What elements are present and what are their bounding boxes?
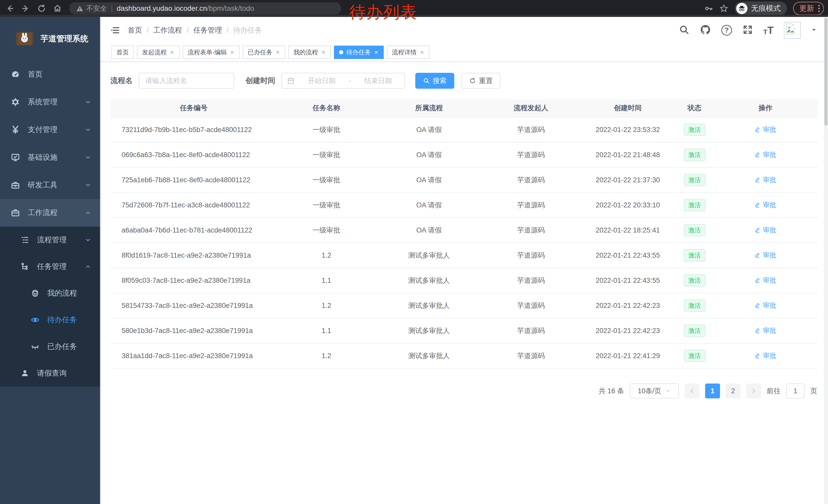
status-badge: 激活 bbox=[684, 174, 705, 186]
update-button[interactable]: 更新 bbox=[793, 2, 824, 15]
sidebar-item-devtools[interactable]: 研发工具 bbox=[0, 171, 100, 199]
browser-menu-icon[interactable] bbox=[818, 5, 820, 12]
breadcrumb-home[interactable]: 首页 bbox=[128, 26, 142, 35]
task-created: 2022-01-22 21:48:48 bbox=[580, 151, 676, 159]
scrollbar-thumb[interactable] bbox=[824, 18, 827, 126]
header-search-button[interactable] bbox=[679, 25, 690, 36]
fullscreen-button[interactable] bbox=[742, 25, 753, 36]
sidebar-collapse-button[interactable] bbox=[110, 25, 120, 35]
key-icon bbox=[704, 4, 713, 13]
task-process: OA 请假 bbox=[376, 125, 482, 134]
tab-start-process[interactable]: 发起流程 bbox=[137, 46, 179, 59]
approve-link[interactable]: 审批 bbox=[755, 226, 776, 235]
back-button[interactable] bbox=[4, 2, 16, 15]
sidebar-item-label: 工作流程 bbox=[28, 208, 57, 218]
chevron-down-icon bbox=[665, 388, 671, 394]
tab-label: 流程表单-编辑 bbox=[188, 48, 227, 56]
task-id: 8f0d1619-7ac8-11ec-a9e2-a2380e71991a bbox=[110, 251, 277, 260]
home-button[interactable] bbox=[51, 2, 64, 15]
sidebar-item-my-process[interactable]: 我的流程 bbox=[0, 280, 100, 307]
font-size-button[interactable]: TT bbox=[763, 25, 774, 36]
next-page-button[interactable] bbox=[746, 383, 761, 398]
prev-page-button[interactable] bbox=[685, 383, 700, 398]
avatar[interactable] bbox=[784, 22, 801, 39]
chevron-right-icon bbox=[750, 388, 757, 394]
scrollbar-track[interactable] bbox=[824, 17, 828, 504]
tab-my-process[interactable]: 我的流程 bbox=[288, 46, 331, 59]
monitor-icon bbox=[11, 153, 20, 162]
close-icon[interactable] bbox=[276, 50, 280, 55]
tab-process-detail[interactable]: 流程详情 bbox=[387, 46, 429, 59]
task-name: 一级审批 bbox=[277, 125, 376, 134]
page-size-select[interactable]: 10条/页 bbox=[630, 383, 679, 398]
task-table: 任务编号 任务名称 所属流程 流程发起人 创建时间 状态 操作 73211d9d… bbox=[110, 99, 818, 369]
password-key-button[interactable] bbox=[704, 4, 713, 13]
sidebar-item-done-tasks[interactable]: 已办任务 bbox=[0, 333, 100, 360]
home-icon bbox=[53, 4, 62, 13]
process-name-input[interactable] bbox=[139, 73, 234, 89]
task-id: 58154733-7ac8-11ec-a9e2-a2380e71991a bbox=[110, 302, 277, 310]
col-starter: 流程发起人 bbox=[482, 103, 580, 112]
forward-button[interactable] bbox=[19, 2, 32, 15]
approve-link[interactable]: 审批 bbox=[755, 326, 776, 335]
col-process: 所属流程 bbox=[376, 103, 482, 112]
help-button[interactable]: ? bbox=[721, 25, 732, 36]
page-button-1[interactable]: 1 bbox=[705, 383, 720, 398]
close-icon[interactable] bbox=[230, 50, 235, 55]
status-badge: 激活 bbox=[684, 274, 705, 287]
approve-link[interactable]: 审批 bbox=[755, 150, 776, 159]
sidebar-item-system[interactable]: 系统管理 bbox=[0, 88, 100, 116]
close-icon[interactable] bbox=[420, 50, 424, 55]
eye-closed-icon bbox=[31, 342, 40, 351]
sidebar-item-label: 待办任务 bbox=[47, 315, 77, 325]
task-created: 2022-01-21 22:41:29 bbox=[580, 352, 676, 360]
tab-process-form-edit[interactable]: 流程表单-编辑 bbox=[182, 46, 240, 59]
bookmark-star-button[interactable] bbox=[719, 4, 729, 13]
security-chip[interactable]: 不安全 bbox=[76, 4, 107, 13]
active-dot bbox=[339, 50, 343, 54]
approve-link[interactable]: 审批 bbox=[755, 200, 776, 210]
approve-label: 审批 bbox=[763, 226, 776, 235]
chevron-down-icon bbox=[85, 237, 91, 243]
breadcrumb-task-mgmt[interactable]: 任务管理 bbox=[194, 26, 222, 35]
topbar: 首页 / 工作流程 / 任务管理 / 待办任务 ? bbox=[100, 17, 828, 44]
breadcrumb-workflow[interactable]: 工作流程 bbox=[153, 26, 182, 35]
close-icon[interactable] bbox=[321, 50, 326, 55]
sidebar-item-infra[interactable]: 基础设施 bbox=[0, 144, 100, 171]
sidebar-item-payment[interactable]: 支付管理 bbox=[0, 116, 100, 144]
sidebar-item-process-mgmt[interactable]: 流程管理 bbox=[0, 227, 100, 253]
approve-link[interactable]: 审批 bbox=[755, 175, 776, 184]
tab-done-tasks[interactable]: 已办任务 bbox=[243, 46, 285, 59]
sidebar-item-todo-tasks[interactable]: 待办任务 bbox=[0, 307, 100, 333]
sidebar-item-task-mgmt[interactable]: 任务管理 bbox=[0, 253, 100, 280]
search-button[interactable]: 搜索 bbox=[415, 73, 454, 89]
sidebar-item-label: 我的流程 bbox=[47, 288, 77, 299]
approve-label: 审批 bbox=[763, 175, 776, 184]
page-button-2[interactable]: 2 bbox=[726, 383, 741, 398]
tab-home[interactable]: 首页 bbox=[111, 46, 134, 59]
close-icon[interactable] bbox=[170, 50, 174, 55]
goto-page-input[interactable] bbox=[786, 383, 805, 398]
approve-link[interactable]: 审批 bbox=[755, 301, 776, 310]
col-created: 创建时间 bbox=[580, 103, 676, 112]
table-row: 58154733-7ac8-11ec-a9e2-a2380e71991a 1.2… bbox=[110, 293, 818, 318]
task-process: OA 请假 bbox=[376, 150, 482, 159]
sidebar-item-workflow[interactable]: 工作流程 bbox=[0, 199, 100, 227]
approve-link[interactable]: 审批 bbox=[755, 351, 776, 360]
tab-todo-tasks[interactable]: 待办任务 bbox=[334, 46, 384, 59]
github-link[interactable] bbox=[700, 24, 711, 36]
range-separator: - bbox=[349, 77, 351, 85]
date-range-picker[interactable]: 开始日期 - 结束日期 bbox=[281, 73, 405, 89]
approve-link[interactable]: 审批 bbox=[755, 125, 776, 134]
sidebar-item-leave-query[interactable]: 请假查询 bbox=[0, 360, 100, 386]
app-logo-row[interactable]: 芋道管理系统 bbox=[0, 17, 100, 60]
reset-button[interactable]: 重置 bbox=[461, 73, 500, 89]
close-icon[interactable] bbox=[374, 50, 379, 55]
url-bar[interactable]: 不安全 dashboard.yudao.iocoder.cn/bpm/task/… bbox=[69, 2, 341, 15]
reload-button[interactable] bbox=[35, 2, 48, 15]
avatar-menu-caret[interactable] bbox=[811, 27, 817, 34]
approve-link[interactable]: 审批 bbox=[755, 276, 776, 285]
sidebar-item-label: 流程管理 bbox=[37, 235, 67, 245]
sidebar-item-home[interactable]: 首页 bbox=[0, 60, 100, 88]
approve-link[interactable]: 审批 bbox=[755, 251, 776, 260]
